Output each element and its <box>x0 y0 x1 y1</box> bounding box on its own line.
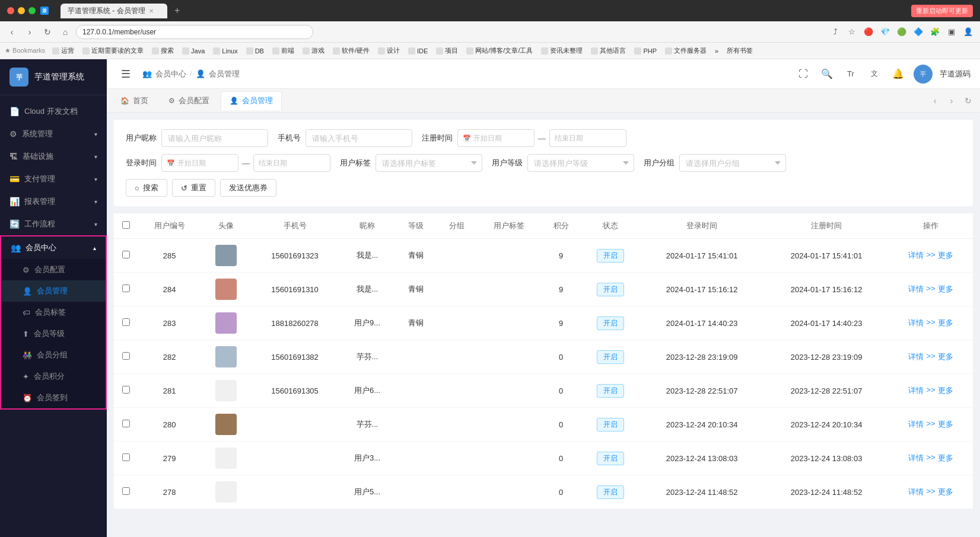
sidebar-item-member-config[interactable]: ⚙ 会员配置 <box>1 259 106 280</box>
row-select-checkbox[interactable] <box>122 285 130 292</box>
extension-icon-2[interactable]: 💎 <box>878 25 892 39</box>
tab-close-button[interactable]: ✕ <box>149 8 154 14</box>
action-detail-link[interactable]: 详情 <box>908 419 924 430</box>
back-button[interactable]: ‹ <box>5 25 19 39</box>
action-detail-link[interactable]: 详情 <box>908 284 924 295</box>
action-more-link[interactable]: 更多 <box>938 250 953 261</box>
tab-member-config[interactable]: ⚙ 会员配置 <box>160 91 218 110</box>
action-detail-link[interactable]: 详情 <box>908 351 924 362</box>
action-detail-link[interactable]: 详情 <box>908 487 924 497</box>
sidebar-item-system[interactable]: ⚙ 系统管理 ▾ <box>0 123 107 145</box>
action-detail-link[interactable]: 详情 <box>908 385 924 396</box>
puzzle-icon[interactable]: 🧩 <box>928 25 942 39</box>
user-avatar[interactable]: 芋 <box>914 65 933 84</box>
extension-icon-1[interactable]: 🔴 <box>861 25 876 39</box>
search-button[interactable]: 🔍 <box>819 66 835 82</box>
bookmark-yun[interactable]: 运营 <box>49 45 78 56</box>
sidebar-item-member-level[interactable]: ⬆ 会员等级 <box>1 323 106 344</box>
reset-button[interactable]: ↺ 重置 <box>172 179 215 197</box>
row-select-checkbox[interactable] <box>122 251 130 258</box>
notification-button[interactable]: 🔔 <box>890 66 906 82</box>
row-select-checkbox[interactable] <box>122 352 130 360</box>
action-more-link[interactable]: 更多 <box>938 487 953 497</box>
bookmark-ide[interactable]: IDE <box>405 46 431 56</box>
hamburger-button[interactable]: ☰ <box>116 65 135 84</box>
bookmark-all[interactable]: 所有书签 <box>723 45 756 56</box>
action-more-link[interactable]: 更多 <box>938 284 953 295</box>
bookmark-linux[interactable]: Linux <box>209 46 241 56</box>
minimize-dot[interactable] <box>18 7 25 14</box>
reg-date-start-input[interactable]: 📅 开始日期 <box>457 129 534 147</box>
action-more-link[interactable]: 更多 <box>938 318 953 328</box>
sidebar-item-payment[interactable]: 💳 支付管理 ▾ <box>0 168 107 190</box>
window-icon[interactable]: ▣ <box>944 25 959 39</box>
fullscreen-button[interactable]: ⛶ <box>795 66 812 82</box>
bookmark-software[interactable]: 软件/硬件 <box>329 45 373 56</box>
action-more-link[interactable]: 更多 <box>938 419 953 430</box>
action-detail-link[interactable]: 详情 <box>908 250 924 261</box>
tab-member-manage[interactable]: 👤 会员管理 <box>221 91 282 110</box>
reg-date-end-input[interactable]: 结束日期 <box>549 129 626 147</box>
sidebar-item-workflow[interactable]: 🔄 工作流程 ▾ <box>0 213 107 235</box>
bookmark-db[interactable]: DB <box>243 46 268 56</box>
maximize-dot[interactable] <box>28 7 36 14</box>
tab-refresh-button[interactable]: ↻ <box>961 94 975 108</box>
close-dot[interactable] <box>7 7 14 14</box>
login-date-end-input[interactable]: 结束日期 <box>253 154 330 172</box>
sidebar-item-member-checkin[interactable]: ⏰ 会员签到 <box>1 387 106 408</box>
action-detail-link[interactable]: 详情 <box>908 318 924 328</box>
extension-icon-3[interactable]: 🟢 <box>895 25 909 39</box>
search-button[interactable]: ○ 搜索 <box>126 179 167 197</box>
translate-button[interactable]: Tr <box>842 66 859 82</box>
action-more-link[interactable]: 更多 <box>938 453 953 464</box>
send-coupon-button[interactable]: 发送优惠券 <box>220 179 276 197</box>
group-select[interactable]: 请选择用户分组 <box>679 154 786 172</box>
extension-icon-4[interactable]: 🔷 <box>911 25 925 39</box>
select-all-checkbox[interactable] <box>122 221 130 229</box>
sidebar-item-member-points[interactable]: ✦ 会员积分 <box>1 366 106 387</box>
bookmark-articles[interactable]: 近期需要读的文章 <box>79 45 147 56</box>
browser-tab[interactable]: 芋道管理系统 - 会员管理 ✕ <box>61 4 167 18</box>
bookmark-news[interactable]: 资讯未整理 <box>537 45 586 56</box>
forward-button[interactable]: › <box>23 25 37 39</box>
tab-prev-button[interactable]: ‹ <box>928 94 942 108</box>
restart-button[interactable]: 重新启动即可更新 <box>911 5 973 17</box>
row-select-checkbox[interactable] <box>122 386 130 394</box>
share-icon[interactable]: ⤴ <box>828 25 842 39</box>
bookmark-search[interactable]: 搜索 <box>148 45 177 56</box>
row-select-checkbox[interactable] <box>122 453 130 461</box>
action-more-link[interactable]: 更多 <box>938 385 953 396</box>
bookmark-other-lang[interactable]: 其他语言 <box>587 45 629 56</box>
bookmark-project[interactable]: 项目 <box>432 45 462 56</box>
bookmark-frontend[interactable]: 前端 <box>269 45 298 56</box>
level-select[interactable]: 请选择用户等级 <box>527 154 634 172</box>
tab-home[interactable]: 🏠 首页 <box>112 91 157 110</box>
login-date-start-input[interactable]: 📅 开始日期 <box>161 154 238 172</box>
lang-switch-button[interactable]: 文 <box>866 66 883 82</box>
bookmark-icon[interactable]: ☆ <box>845 25 859 39</box>
bookmark-fileserver[interactable]: 文件服务器 <box>661 45 710 56</box>
action-more-link[interactable]: 更多 <box>938 351 953 362</box>
sidebar-item-report[interactable]: 📊 报表管理 ▾ <box>0 190 107 213</box>
bookmark-more[interactable]: » <box>711 46 722 56</box>
bookmark-website[interactable]: 网站/博客/文章/工具 <box>463 45 536 56</box>
sidebar-item-member-tag[interactable]: 🏷 会员标签 <box>1 302 106 323</box>
row-select-checkbox[interactable] <box>122 420 130 427</box>
sidebar-item-member-center[interactable]: 👥 会员中心 ▴ <box>1 236 106 259</box>
bookmark-java[interactable]: Java <box>179 46 208 56</box>
restart-label[interactable]: 重新启动即可更新 <box>911 5 973 17</box>
tag-select[interactable]: 请选择用户标签 <box>376 154 482 172</box>
phone-input[interactable] <box>306 129 412 147</box>
new-tab-button[interactable]: + <box>174 5 180 16</box>
row-select-checkbox[interactable] <box>122 487 130 495</box>
bookmark-game[interactable]: 游戏 <box>299 45 328 56</box>
reload-button[interactable]: ↻ <box>40 25 55 39</box>
bookmark-php[interactable]: PHP <box>631 46 660 56</box>
home-button[interactable]: ⌂ <box>58 25 72 39</box>
sidebar-item-member-group[interactable]: 👫 会员分组 <box>1 344 106 366</box>
action-detail-link[interactable]: 详情 <box>908 453 924 464</box>
nickname-input[interactable] <box>161 129 268 147</box>
sidebar-item-cloud-docs[interactable]: 📄 Cloud 开发文档 <box>0 100 107 123</box>
bookmark-design[interactable]: 设计 <box>374 45 403 56</box>
tab-next-button[interactable]: › <box>944 94 959 108</box>
